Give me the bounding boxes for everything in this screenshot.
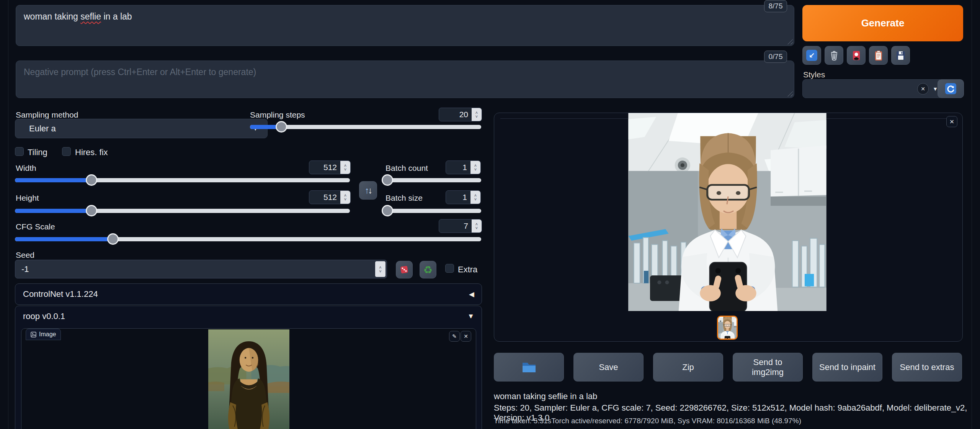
apply-styles-button[interactable] xyxy=(869,46,888,65)
info-prompt: woman taking seflie in a lab xyxy=(494,391,597,401)
roop-source-image[interactable] xyxy=(208,329,289,429)
batch-size-input[interactable]: 1 ˄˅ xyxy=(446,190,481,204)
slider-thumb[interactable] xyxy=(86,205,97,216)
height-slider[interactable] xyxy=(15,205,350,216)
clipboard-icon xyxy=(873,50,884,61)
save-button[interactable]: Save xyxy=(573,353,644,382)
edit-image-button[interactable]: ✎ xyxy=(449,331,460,342)
batch-count-slider[interactable] xyxy=(385,174,481,186)
batch-count-input[interactable]: 1 ˄˅ xyxy=(446,160,481,174)
resize-grip[interactable] xyxy=(787,39,793,44)
send-to-inpaint-button[interactable]: Send to inpaint xyxy=(812,353,882,382)
send-to-img2img-button[interactable]: Send to img2img xyxy=(733,353,803,382)
extra-networks-button[interactable] xyxy=(847,46,866,65)
stepper[interactable]: ˄˅ xyxy=(472,108,482,121)
tiling-checkbox[interactable] xyxy=(15,147,24,156)
stepper[interactable]: ˄˅ xyxy=(340,191,350,204)
controlnet-accordion[interactable]: ControlNet v1.1.224 ◀ xyxy=(15,283,482,305)
chevron-down-icon: ▼ xyxy=(933,86,938,92)
hires-fix-label: Hires. fix xyxy=(75,147,108,157)
paste-arrow-icon: ↙ xyxy=(806,50,817,61)
batch-size-slider[interactable] xyxy=(385,205,481,216)
swap-arrows-icon: ↑↓ xyxy=(365,185,371,196)
height-label: Height xyxy=(16,193,39,203)
swap-width-height-button[interactable]: ↑↓ xyxy=(359,181,377,200)
sampling-method-value: Euler a xyxy=(29,124,56,134)
controlnet-title: ControlNet v1.1.224 xyxy=(23,289,98,299)
clear-image-button[interactable]: ✕ xyxy=(461,331,471,342)
width-input[interactable]: 512 ˄˅ xyxy=(309,160,351,174)
slider-thumb[interactable] xyxy=(382,174,393,186)
clear-styles-icon[interactable]: ✕ xyxy=(917,83,929,95)
hires-fix-checkbox[interactable] xyxy=(62,147,71,156)
accordion-expanded-icon: ▼ xyxy=(467,313,474,320)
height-input[interactable]: 512 ˄˅ xyxy=(309,190,351,204)
paste-params-button[interactable]: ↙ xyxy=(802,46,821,65)
refresh-styles-button[interactable] xyxy=(938,79,964,98)
stepper[interactable]: ˄˅ xyxy=(470,191,480,204)
seed-input[interactable]: -1 ˄˅ xyxy=(15,260,387,278)
width-slider[interactable] xyxy=(15,174,350,186)
image-icon xyxy=(31,332,36,337)
close-gallery-button[interactable]: ✕ xyxy=(946,116,957,127)
roop-image-dropzone[interactable]: Image ✎ ✕ xyxy=(21,328,476,429)
extra-seed-checkbox[interactable] xyxy=(445,264,454,273)
width-label: Width xyxy=(16,164,36,173)
gallery-thumbnail-selected[interactable] xyxy=(717,316,738,340)
right-column-border xyxy=(972,0,972,429)
resize-grip[interactable] xyxy=(787,91,793,97)
sampling-method-dropdown[interactable]: Euler a ▼ xyxy=(15,119,268,138)
stepper[interactable]: ˄˅ xyxy=(340,161,350,174)
close-icon: ✕ xyxy=(949,118,954,125)
tiling-label: Tiling xyxy=(28,147,47,157)
open-folder-button[interactable] xyxy=(494,353,564,382)
prompt-textarea[interactable]: woman taking seflie in a lab xyxy=(16,5,794,46)
misspelled-word: seflie xyxy=(80,11,101,21)
seed-label: Seed xyxy=(16,251,34,260)
negative-prompt-placeholder: Negative prompt (press Ctrl+Enter or Alt… xyxy=(24,66,786,78)
trash-icon xyxy=(828,50,840,61)
sampling-steps-slider[interactable] xyxy=(250,121,481,133)
info-time-taken: Time taken: 5.31sTorch active/reserved: … xyxy=(494,417,801,425)
negative-prompt-textarea[interactable]: Negative prompt (press Ctrl+Enter or Alt… xyxy=(16,61,794,98)
txt2img-page: woman taking seflie in a lab 8/75 Negati… xyxy=(0,0,980,429)
roop-title: roop v0.0.1 xyxy=(23,311,65,321)
card-person-icon xyxy=(851,50,862,61)
batch-count-label: Batch count xyxy=(385,164,428,173)
generate-button[interactable]: Generate xyxy=(802,5,963,41)
stepper[interactable]: ˄˅ xyxy=(472,219,482,233)
slider-thumb[interactable] xyxy=(276,121,287,133)
accordion-collapsed-icon: ◀ xyxy=(469,290,474,298)
extra-seed-label: Extra xyxy=(458,265,477,275)
thumbnail-image xyxy=(718,317,737,339)
random-seed-button[interactable] xyxy=(396,261,413,278)
styles-label: Styles xyxy=(803,70,825,79)
save-style-button[interactable] xyxy=(891,46,910,65)
send-to-extras-button[interactable]: Send to extras xyxy=(892,353,962,382)
stepper[interactable]: ˄˅ xyxy=(470,161,480,174)
cfg-scale-input[interactable]: 7 ˄˅ xyxy=(439,219,482,233)
batch-size-label: Batch size xyxy=(385,193,423,203)
folder-icon xyxy=(521,361,537,373)
negative-token-counter: 0/75 xyxy=(764,51,787,63)
recycle-icon: ♻ xyxy=(423,264,433,276)
styles-dropdown[interactable]: ✕ ▼ xyxy=(802,79,943,98)
reuse-seed-button[interactable]: ♻ xyxy=(420,261,436,278)
refresh-icon xyxy=(945,83,957,95)
sampling-steps-input[interactable]: 20 ˄˅ xyxy=(439,108,482,121)
left-column-border xyxy=(8,0,8,429)
roop-accordion[interactable]: roop v0.0.1 ▼ Image ✎ ✕ xyxy=(15,306,482,429)
prompt-token-counter: 8/75 xyxy=(764,0,787,12)
tab-image[interactable]: Image xyxy=(26,329,61,340)
sampling-method-label: Sampling method xyxy=(16,110,78,120)
close-icon: ✕ xyxy=(464,333,468,339)
generated-image[interactable] xyxy=(628,113,826,311)
slider-thumb[interactable] xyxy=(382,205,393,216)
clear-prompt-button[interactable] xyxy=(825,46,843,65)
slider-thumb[interactable] xyxy=(107,233,119,245)
stepper[interactable]: ˄˅ xyxy=(375,261,385,277)
cfg-scale-slider[interactable] xyxy=(15,233,481,245)
slider-thumb[interactable] xyxy=(86,174,97,186)
cfg-scale-label: CFG Scale xyxy=(16,222,55,231)
zip-button[interactable]: Zip xyxy=(653,353,723,382)
